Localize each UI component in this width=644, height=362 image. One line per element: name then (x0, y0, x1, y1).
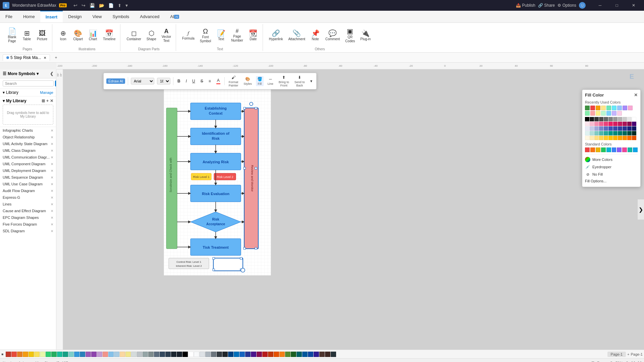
gradient-color-swatch[interactable] (627, 126, 632, 131)
list-item[interactable]: UML Activity State Diagram ✕ (0, 140, 56, 147)
bottom-color-swatch[interactable] (17, 352, 22, 357)
doc-tab[interactable]: 5 Step Risk Ma... ✕ (3, 54, 50, 61)
blank-page-button[interactable]: 📄 BlankPage (5, 26, 19, 45)
bottom-color-swatch[interactable] (245, 352, 251, 357)
gradient-color-swatch[interactable] (599, 122, 603, 126)
bottom-color-swatch[interactable] (297, 352, 302, 357)
shape-button[interactable]: ⬡ Shape (145, 28, 158, 43)
close-icon[interactable]: ✕ (51, 229, 53, 233)
close-icon[interactable]: ✕ (51, 202, 53, 206)
list-item[interactable]: Five Forces Diagram ✕ (0, 221, 56, 228)
recent-color-swatch[interactable] (606, 111, 611, 116)
bottom-color-swatch[interactable] (120, 352, 125, 357)
gradient-color-swatch[interactable] (585, 117, 589, 121)
close-icon[interactable]: ✕ (51, 169, 53, 173)
doc-close[interactable]: ✕ (44, 56, 46, 60)
font-color-button[interactable]: A (215, 77, 222, 85)
bottom-color-swatch[interactable] (200, 352, 205, 357)
bottom-color-swatch[interactable] (23, 352, 28, 357)
add-tab-button[interactable]: + (53, 55, 59, 60)
recent-color-swatch[interactable] (617, 106, 622, 110)
tab-design[interactable]: Design (63, 11, 87, 22)
italic-button[interactable]: I (184, 78, 188, 84)
bottom-color-swatch[interactable] (257, 352, 262, 357)
recent-color-swatch[interactable] (585, 111, 590, 116)
bottom-color-swatch[interactable] (274, 352, 279, 357)
bottom-color-swatch[interactable] (188, 352, 194, 357)
recent-color-swatch[interactable] (590, 106, 595, 110)
bottom-color-swatch[interactable] (262, 352, 268, 357)
underline-button[interactable]: U (191, 78, 197, 84)
standard-color-swatch[interactable] (622, 147, 627, 152)
gradient-color-swatch[interactable] (608, 131, 613, 135)
bottom-color-swatch[interactable] (331, 352, 336, 357)
gradient-color-swatch[interactable] (632, 122, 636, 126)
bottom-color-swatch[interactable] (194, 352, 199, 357)
gradient-color-swatch[interactable] (613, 131, 618, 135)
close-icon[interactable]: ✕ (51, 156, 53, 159)
bottom-color-swatch[interactable] (97, 352, 102, 357)
diagram-canvas[interactable]: Scrutinize and Check with Review and Mon… (164, 88, 271, 276)
gradient-color-swatch[interactable] (608, 122, 613, 126)
fit-page-button[interactable]: ⛶ (631, 361, 635, 362)
fill-button[interactable]: 🪣 Fill (256, 76, 264, 86)
fill-panel-close-button[interactable]: ✕ (634, 93, 638, 98)
icon-button[interactable]: ⊕ Icon (56, 28, 70, 43)
bottom-color-swatch[interactable] (325, 352, 330, 357)
manage-button[interactable]: Manage (40, 90, 53, 95)
font-size-select[interactable]: 18 (157, 78, 170, 84)
picture-button[interactable]: 🖼 Picture (35, 28, 49, 43)
bottom-color-swatch[interactable] (211, 352, 216, 357)
list-item[interactable]: UML Use Case Diagram ✕ (0, 181, 56, 187)
recent-color-swatch[interactable] (628, 106, 633, 110)
lib-action-add[interactable]: + (46, 99, 49, 103)
line-button[interactable]: ─ Line (266, 76, 275, 86)
gradient-color-swatch[interactable] (585, 131, 589, 135)
tab-ai[interactable]: AI AI (165, 11, 184, 22)
bottom-color-swatch[interactable] (165, 352, 171, 357)
close-icon[interactable]: ✕ (51, 149, 53, 153)
recent-color-swatch[interactable] (612, 106, 616, 110)
close-icon[interactable]: ✕ (51, 189, 53, 193)
vector-text-button[interactable]: A VectorText (160, 27, 173, 44)
focus-button[interactable]: Focus (597, 361, 607, 362)
menu-dropdown[interactable]: ▾ (124, 2, 129, 9)
bold-button[interactable]: B (176, 78, 182, 84)
close-icon[interactable]: ✕ (51, 142, 53, 146)
recent-color-swatch[interactable] (585, 106, 590, 110)
bottom-color-swatch[interactable] (63, 352, 68, 357)
gradient-color-swatch[interactable] (632, 117, 636, 121)
gradient-color-swatch[interactable] (613, 122, 618, 126)
bottom-color-swatch[interactable] (80, 352, 85, 357)
tab-advanced[interactable]: Advanced (135, 11, 165, 22)
list-item[interactable]: UML Class Diagram ✕ (0, 147, 56, 154)
recent-color-swatch[interactable] (590, 111, 595, 116)
more-colors-option[interactable]: More Colors (585, 156, 638, 163)
qr-codes-button[interactable]: ▣ QRCodes (343, 26, 357, 45)
bottom-color-swatch[interactable] (114, 352, 119, 357)
bring-to-front-button[interactable]: ⬆ Bring toFront (277, 74, 290, 88)
font-symbol-button[interactable]: Ω FontSymbol (198, 26, 213, 45)
standard-color-swatch[interactable] (601, 147, 606, 152)
gradient-color-swatch[interactable] (604, 136, 608, 140)
recent-color-swatch[interactable] (596, 106, 600, 110)
minimize-button[interactable]: ─ (592, 0, 608, 11)
page-1-name[interactable]: Page-1 (631, 352, 643, 356)
gradient-color-swatch[interactable] (632, 126, 636, 131)
bottom-color-swatch[interactable] (34, 352, 40, 357)
list-item[interactable]: Lines ✕ (0, 201, 56, 207)
tab-view[interactable]: View (87, 11, 107, 22)
gradient-color-swatch[interactable] (623, 126, 627, 131)
gradient-color-swatch[interactable] (604, 131, 608, 135)
bottom-color-swatch[interactable] (279, 352, 285, 357)
bottom-color-swatch[interactable] (137, 352, 142, 357)
close-icon[interactable]: ✕ (51, 196, 53, 199)
formula-button[interactable]: 𝑓 Formula (180, 29, 197, 42)
standard-color-swatch[interactable] (596, 147, 600, 152)
gradient-color-swatch[interactable] (604, 122, 608, 126)
standard-color-swatch[interactable] (617, 147, 622, 152)
note-button[interactable]: 📌 Note (309, 28, 322, 43)
standard-color-swatch[interactable] (585, 147, 590, 152)
page-number-button[interactable]: # PageNumber (229, 27, 245, 44)
list-item[interactable]: Cause and Effect Diagram ✕ (0, 207, 56, 214)
